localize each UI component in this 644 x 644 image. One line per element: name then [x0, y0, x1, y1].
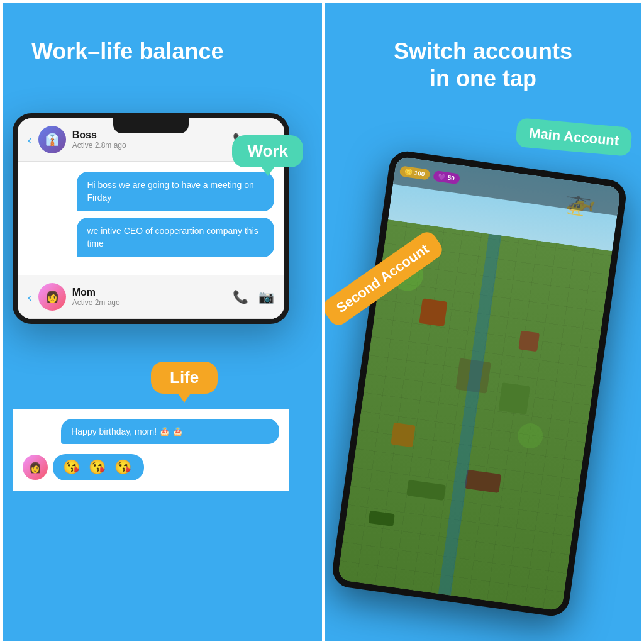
mom-back-arrow-icon[interactable]: ‹ — [28, 290, 32, 304]
phone-mockup-right: 🪙100 💜50 🚁 — [330, 149, 628, 618]
boss-message-1: Hi boss we are going to have a meeting o… — [77, 172, 274, 211]
mom-small-avatar: 👩 — [23, 455, 48, 480]
emoji-bubble: 😘 😘 😘 — [53, 454, 144, 480]
mom-status: Active 2m ago — [72, 298, 226, 307]
bottom-chat-area: Happy birthday, mom! 🎂 🎂 👩 😘 😘 😘 — [13, 409, 289, 491]
mom-video-icon[interactable]: 📷 — [258, 289, 274, 304]
boss-avatar: 👔 — [38, 126, 66, 153]
boss-message-2: we intive CEO of cooperartion company th… — [77, 218, 274, 257]
back-arrow-icon[interactable]: ‹ — [28, 133, 32, 147]
left-panel: Work–life balance Work ‹ 👔 Boss Active 2… — [0, 0, 322, 644]
panel-divider — [322, 0, 325, 644]
right-panel: Switch accountsin one tap Main Account S… — [322, 0, 644, 644]
mom-phone-icon[interactable]: 📞 — [233, 289, 248, 304]
phone-notch — [113, 118, 189, 133]
mom-name: Mom — [72, 287, 226, 298]
emoji-row: 👩 😘 😘 😘 — [23, 454, 279, 480]
work-label: Work — [232, 135, 303, 167]
main-account-label: Main Account — [515, 118, 633, 157]
boss-messages: Hi boss we are going to have a meeting o… — [18, 162, 284, 275]
game-screen: 🪙100 💜50 🚁 — [337, 156, 621, 611]
mom-chat-header[interactable]: ‹ 👩 Mom Active 2m ago 📞 📷 — [18, 275, 284, 319]
birthday-message: Happy birthday, mom! 🎂 🎂 — [61, 419, 279, 444]
gold-resource: 🪙100 — [399, 165, 431, 180]
elixir-resource: 💜50 — [433, 170, 460, 185]
mom-contact-info: Mom Active 2m ago — [72, 287, 226, 307]
life-label: Life — [151, 362, 218, 394]
right-headline: Switch accountsin one tap — [353, 38, 613, 92]
left-headline: Work–life balance — [31, 38, 223, 65]
boss-status: Active 2.8m ago — [72, 141, 226, 150]
mom-action-icons: 📞 📷 — [233, 289, 274, 304]
mom-avatar: 👩 — [38, 283, 66, 311]
